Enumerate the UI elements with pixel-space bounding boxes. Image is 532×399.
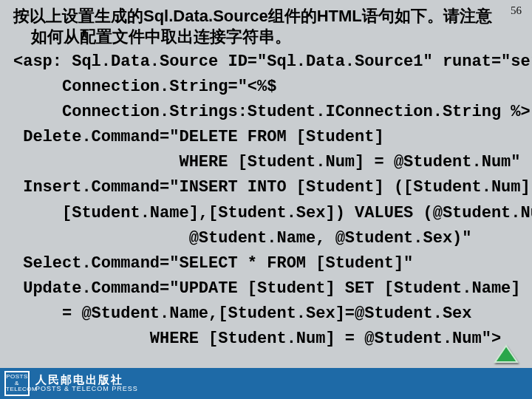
publisher-name-en: POSTS & TELECOM PRESS [35, 386, 138, 393]
publisher-name: 人民邮电出版社 POSTS & TELECOM PRESS [35, 374, 138, 393]
logo-mark-line1: POSTS & [6, 374, 28, 386]
svg-marker-0 [495, 346, 517, 362]
code-block: <asp: Sql.Data.Source ID="Sql.Data.Sourc… [13, 50, 519, 352]
arrow-up-icon[interactable] [494, 344, 519, 364]
intro-line-2: 如何从配置文件中取出连接字符串。 [13, 27, 502, 47]
intro-text: 按以上设置生成的Sql.Data.Source组件的HTML语句如下。请注意 如… [13, 6, 502, 47]
logo-mark-line2: TELECOM [6, 386, 28, 392]
publisher-name-cn: 人民邮电出版社 [35, 374, 138, 386]
intro-line-1: 按以上设置生成的Sql.Data.Source组件的HTML语句如下。请注意 [13, 7, 492, 25]
publisher-logo: POSTS & TELECOM 人民邮电出版社 POSTS & TELECOM … [0, 368, 138, 399]
page-number: 56 [511, 4, 522, 17]
slide: 56 按以上设置生成的Sql.Data.Source组件的HTML语句如下。请注… [0, 0, 532, 399]
footer-bar: POSTS & TELECOM 人民邮电出版社 POSTS & TELECOM … [0, 368, 532, 399]
logo-mark-icon: POSTS & TELECOM [4, 371, 30, 396]
